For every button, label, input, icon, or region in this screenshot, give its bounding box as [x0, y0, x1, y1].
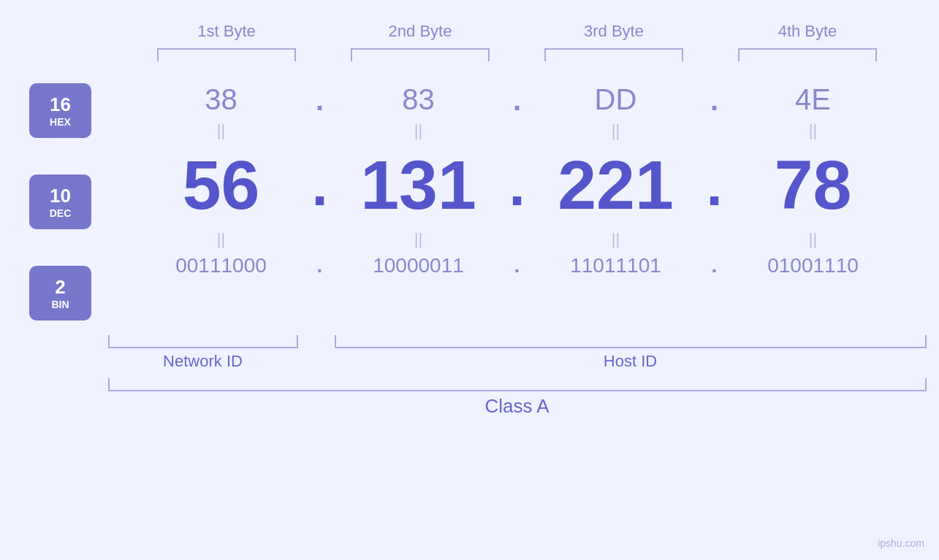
- dec-dot-1: .: [302, 156, 338, 215]
- dec-octet-1: 56: [141, 145, 302, 225]
- pipe-2b: ||: [414, 230, 422, 249]
- bin-dot-1: .: [302, 256, 338, 276]
- pipe-4b: ||: [809, 230, 817, 249]
- pipe-group-6: ||: [338, 230, 499, 249]
- bracket-gap: [298, 335, 335, 348]
- watermark: ipshu.com: [878, 537, 924, 549]
- dec-dot-2: .: [499, 156, 536, 215]
- pipe-group-8: ||: [733, 230, 894, 249]
- bin-badge: 2 BIN: [29, 266, 91, 321]
- hex-number: 16: [50, 93, 71, 116]
- dec-octet-2: 131: [338, 145, 499, 225]
- id-labels: Network ID Host ID: [108, 352, 927, 371]
- bin-row: 00111000 . 10000011 . 11011101 . 0100111…: [108, 250, 927, 281]
- pipe-2a: ||: [414, 121, 422, 140]
- hex-octet-1: 38: [141, 83, 302, 116]
- network-id-bracket: [108, 335, 298, 348]
- dec-number: 10: [50, 185, 71, 207]
- dec-badge: 10 DEC: [29, 174, 91, 229]
- bin-dot-2: .: [499, 256, 536, 276]
- hex-badge: 16 HEX: [29, 83, 91, 138]
- hex-octet-3: DD: [536, 83, 696, 116]
- dec-row: 56 . 131 . 221 . 78: [108, 142, 927, 229]
- host-id-bracket: [335, 335, 927, 348]
- host-id-label: Host ID: [335, 352, 927, 371]
- id-brackets: [108, 335, 927, 348]
- pipe-row-2: || || || ||: [108, 229, 927, 250]
- class-bracket: [108, 378, 927, 391]
- hex-octet-2: 83: [338, 83, 499, 116]
- pipe-1a: ||: [217, 121, 225, 140]
- pipe-group-2: ||: [338, 121, 499, 140]
- hex-name: HEX: [50, 116, 71, 129]
- pipe-4a: ||: [809, 121, 817, 140]
- pipe-group-7: ||: [536, 230, 696, 249]
- hex-dot-2: .: [499, 85, 536, 115]
- hex-dot-3: .: [696, 85, 733, 115]
- dec-octet-4: 78: [733, 145, 894, 225]
- byte-label-2: 2nd Byte: [347, 22, 493, 41]
- dec-name: DEC: [50, 207, 72, 220]
- bottom-section: Network ID Host ID Class A: [13, 335, 927, 418]
- class-label: Class A: [108, 395, 927, 418]
- base-labels-column: 16 HEX 10 DEC 2 BIN: [13, 76, 108, 328]
- bin-number: 2: [55, 276, 65, 299]
- pipe-group-3: ||: [536, 121, 696, 140]
- label-gap: [298, 352, 335, 371]
- hex-octet-4: 4E: [733, 83, 894, 116]
- main-container: 1st Byte 2nd Byte 3rd Byte 4th Byte 16 H…: [0, 0, 939, 560]
- pipe-group-4: ||: [733, 121, 894, 140]
- bin-octet-4: 01001110: [733, 254, 894, 277]
- bracket-4: [738, 48, 877, 61]
- bin-dot-3: .: [696, 256, 733, 276]
- ip-grid: 38 . 83 . DD . 4E || || ||: [108, 76, 927, 328]
- pipe-3b: ||: [612, 230, 620, 249]
- dec-dot-3: .: [696, 156, 733, 215]
- bin-octet-1: 00111000: [141, 254, 302, 277]
- class-row: Class A: [108, 378, 927, 418]
- pipe-3a: ||: [612, 121, 620, 140]
- top-brackets: [130, 48, 905, 61]
- hex-dot-1: .: [302, 85, 338, 115]
- bracket-3: [544, 48, 683, 61]
- hex-row: 38 . 83 . DD . 4E: [108, 80, 927, 120]
- byte-label-3: 3rd Byte: [541, 22, 687, 41]
- network-id-label: Network ID: [108, 352, 298, 371]
- pipe-1b: ||: [217, 230, 225, 249]
- pipe-group-1: ||: [141, 121, 302, 140]
- byte-label-1: 1st Byte: [153, 22, 300, 41]
- bin-octet-2: 10000011: [338, 254, 499, 277]
- dec-octet-3: 221: [536, 145, 696, 225]
- pipe-group-5: ||: [141, 230, 302, 249]
- bracket-1: [157, 48, 296, 61]
- main-content-area: 16 HEX 10 DEC 2 BIN 38 . 83 . DD . 4E: [13, 76, 927, 328]
- pipe-row-1: || || || ||: [108, 120, 927, 142]
- byte-label-4: 4th Byte: [734, 22, 881, 41]
- bracket-2: [351, 48, 490, 61]
- byte-labels-row: 1st Byte 2nd Byte 3rd Byte 4th Byte: [130, 22, 905, 41]
- bin-octet-3: 11011101: [536, 254, 696, 277]
- bin-name: BIN: [51, 299, 69, 311]
